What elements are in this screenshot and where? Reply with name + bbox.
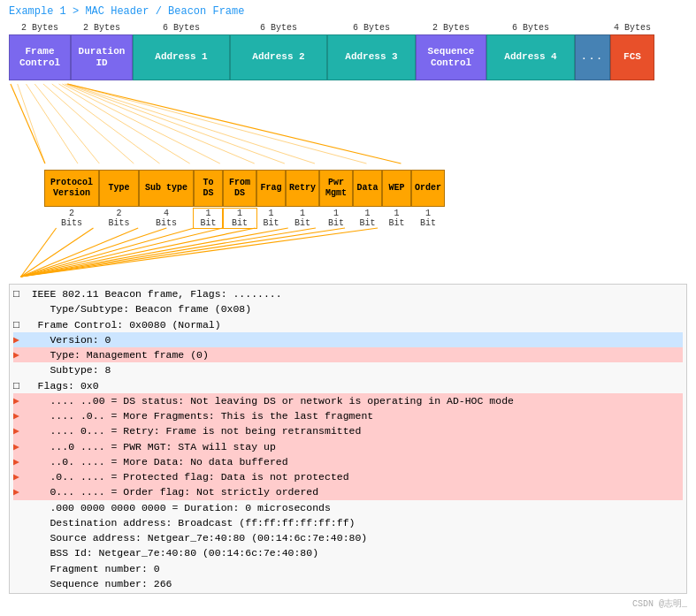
byte-label-6: 6 Bytes <box>486 23 575 33</box>
fc-cell-4: FromDS <box>223 170 256 207</box>
mac-cell-3: Address 2 <box>230 34 327 80</box>
no-icon <box>13 561 19 576</box>
decode-text-19: Sequence number: 266 <box>19 576 172 591</box>
arrow-icon: ▶ <box>13 332 19 347</box>
decode-line-5: Subtype: 8 <box>13 362 683 377</box>
no-icon <box>13 515 19 530</box>
fc-cell-7: PwrMgmt <box>319 170 353 207</box>
bit-label-2: 4Bits <box>139 209 194 228</box>
decode-line-1: Type/Subtype: Beacon frame (0x08) <box>13 301 683 316</box>
svg-line-7 <box>59 84 190 164</box>
fc-cell-2: Sub type <box>139 170 194 207</box>
watermark: CSDN @志明_ <box>9 597 687 610</box>
bit-label-8: 1Bit <box>353 209 382 228</box>
svg-line-23 <box>21 228 378 277</box>
bit-label-9: 1Bit <box>382 209 411 228</box>
decode-line-8: ▶ .... .0.. = More Fragments: This is th… <box>13 408 683 423</box>
fc-cell-6: Retry <box>286 170 319 207</box>
no-icon <box>13 545 19 560</box>
svg-line-6 <box>52 84 160 164</box>
bit-label-7: 1Bit <box>319 209 353 228</box>
decode-line-13: ▶ 0... .... = Order flag: Not strictly o… <box>13 484 683 499</box>
fc-cell-10: Order <box>411 170 445 207</box>
connector-svg <box>9 84 687 168</box>
decode-text-9: .... 0... = Retry: Frame is not being re… <box>19 423 361 438</box>
mac-cell-1: DurationID <box>71 34 133 80</box>
decode-text-16: Source address: Netgear_7e:40:80 (00:14:… <box>19 530 367 545</box>
decode-line-19: Sequence number: 266 <box>13 576 683 591</box>
connector-area <box>9 84 687 168</box>
decode-text-3: Version: 0 <box>19 332 111 347</box>
bits-row: 2Bits2Bits4Bits1Bit1Bit1Bit1Bit1Bit1Bit1… <box>44 209 687 228</box>
fc-cell-0: ProtocolVersion <box>44 170 99 207</box>
byte-label-3: 6 Bytes <box>230 23 327 33</box>
decode-text-8: .... .0.. = More Fragments: This is the … <box>19 408 373 423</box>
decode-text-7: .... ..00 = DS status: Not leaving DS or… <box>19 393 514 408</box>
bit-label-4: 1Bit <box>223 209 256 228</box>
decode-text-15: Destination address: Broadcast (ff:ff:ff… <box>19 515 356 530</box>
mac-cell-4: Address 3 <box>327 34 416 80</box>
decode-text-14: .000 0000 0000 0000 = Duration: 0 micros… <box>19 500 331 515</box>
decode-line-16: Source address: Netgear_7e:40:80 (00:14:… <box>13 530 683 545</box>
decode-line-9: ▶ .... 0... = Retry: Frame is not being … <box>13 423 683 438</box>
arrow-icon: ▶ <box>13 439 19 454</box>
no-icon <box>13 362 19 377</box>
decode-line-4: ▶ Type: Management frame (0) <box>13 347 683 362</box>
svg-line-19 <box>21 228 256 277</box>
svg-line-4 <box>34 84 99 164</box>
bit-label-3: 1Bit <box>194 209 223 228</box>
decode-text-5: Subtype: 8 <box>19 362 111 377</box>
decode-text-13: 0... .... = Order flag: Not strictly ord… <box>19 484 318 499</box>
svg-line-1 <box>67 84 401 164</box>
decode-text-4: Type: Management frame (0) <box>19 347 209 362</box>
mac-cell-0: FrameControl <box>9 34 71 80</box>
mac-cell-6: Address 4 <box>486 34 575 80</box>
vertical-connectors <box>9 228 687 277</box>
expand-icon[interactable]: □ <box>13 317 26 332</box>
svg-line-11 <box>67 84 315 164</box>
svg-line-8 <box>62 84 219 164</box>
breadcrumb: Example 1 > MAC Header / Beacon Frame <box>9 5 687 18</box>
fc-cell-3: ToDS <box>194 170 223 207</box>
svg-line-10 <box>66 84 285 164</box>
bit-label-6: 1Bit <box>286 209 319 228</box>
decode-line-12: ▶ .0.. .... = Protected flag: Data is no… <box>13 469 683 484</box>
frame-control-section: ProtocolVersionTypeSub typeToDSFromDSFra… <box>9 170 687 228</box>
arrow-icon: ▶ <box>13 469 19 484</box>
mac-header-section: 2 Bytes2 Bytes6 Bytes6 Bytes6 Bytes2 Byt… <box>9 23 687 80</box>
arrow-icon: ▶ <box>13 423 19 438</box>
svg-line-0 <box>11 84 45 164</box>
svg-line-5 <box>43 84 134 164</box>
mac-cell-8: FCS <box>610 34 654 80</box>
bit-label-5: 1Bit <box>256 209 286 228</box>
svg-line-9 <box>65 84 254 164</box>
arrow-icon: ▶ <box>13 454 19 469</box>
svg-line-16 <box>21 228 167 277</box>
byte-label-5: 2 Bytes <box>416 23 486 33</box>
vertical-connector-svg <box>9 228 687 277</box>
decode-text-6: Flags: 0x0 <box>26 378 99 393</box>
bit-label-0: 2Bits <box>44 209 99 228</box>
mac-cell-7: ... <box>575 34 610 80</box>
decode-line-14: .000 0000 0000 0000 = Duration: 0 micros… <box>13 500 683 515</box>
fc-row: ProtocolVersionTypeSub typeToDSFromDSFra… <box>44 170 687 207</box>
decode-line-18: Fragment number: 0 <box>13 561 683 576</box>
byte-label-8: 4 Bytes <box>610 23 654 33</box>
expand-icon[interactable]: □ <box>13 286 26 301</box>
expand-icon[interactable]: □ <box>13 378 26 393</box>
byte-labels-row: 2 Bytes2 Bytes6 Bytes6 Bytes6 Bytes2 Byt… <box>9 23 687 33</box>
fc-cell-8: Data <box>353 170 382 207</box>
arrow-icon: ▶ <box>13 393 19 408</box>
decode-text-1: Type/Subtype: Beacon frame (0x08) <box>19 301 251 316</box>
fc-cell-5: Frag <box>256 170 286 207</box>
decode-line-15: Destination address: Broadcast (ff:ff:ff… <box>13 515 683 530</box>
mac-cell-2: Address 1 <box>133 34 230 80</box>
svg-line-20 <box>21 228 288 277</box>
decode-text-12: .0.. .... = Protected flag: Data is not … <box>19 469 349 484</box>
byte-label-2: 6 Bytes <box>133 23 230 33</box>
no-icon <box>13 576 19 591</box>
decode-text-18: Fragment number: 0 <box>19 561 160 576</box>
decode-text-0: IEEE 802.11 Beacon frame, Flags: .......… <box>26 286 282 301</box>
no-icon <box>13 500 19 515</box>
byte-label-1: 2 Bytes <box>71 23 133 33</box>
